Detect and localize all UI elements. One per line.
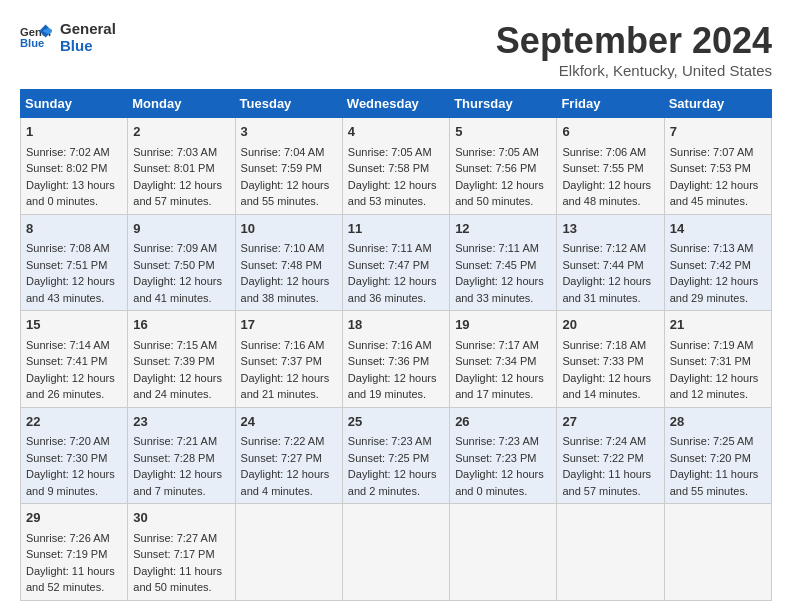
header-wednesday: Wednesday bbox=[342, 90, 449, 118]
sunset-label: Sunset: 7:20 PM bbox=[670, 452, 751, 464]
daylight-label: Daylight: 12 hours and 41 minutes. bbox=[133, 275, 222, 304]
daylight-label: Daylight: 12 hours and 0 minutes. bbox=[455, 468, 544, 497]
day-number: 6 bbox=[562, 122, 658, 142]
sunrise-label: Sunrise: 7:14 AM bbox=[26, 339, 110, 351]
calendar-day-28: 28Sunrise: 7:25 AMSunset: 7:20 PMDayligh… bbox=[664, 407, 771, 504]
day-number: 21 bbox=[670, 315, 766, 335]
calendar-day-16: 16Sunrise: 7:15 AMSunset: 7:39 PMDayligh… bbox=[128, 311, 235, 408]
daylight-label: Daylight: 12 hours and 36 minutes. bbox=[348, 275, 437, 304]
daylight-label: Daylight: 12 hours and 17 minutes. bbox=[455, 372, 544, 401]
sunrise-label: Sunrise: 7:15 AM bbox=[133, 339, 217, 351]
calendar-day-empty bbox=[557, 504, 664, 601]
sunrise-label: Sunrise: 7:23 AM bbox=[455, 435, 539, 447]
sunset-label: Sunset: 7:56 PM bbox=[455, 162, 536, 174]
calendar-day-8: 8Sunrise: 7:08 AMSunset: 7:51 PMDaylight… bbox=[21, 214, 128, 311]
calendar-day-13: 13Sunrise: 7:12 AMSunset: 7:44 PMDayligh… bbox=[557, 214, 664, 311]
sunset-label: Sunset: 7:50 PM bbox=[133, 259, 214, 271]
sunset-label: Sunset: 7:41 PM bbox=[26, 355, 107, 367]
calendar-week-row: 29Sunrise: 7:26 AMSunset: 7:19 PMDayligh… bbox=[21, 504, 772, 601]
sunset-label: Sunset: 7:59 PM bbox=[241, 162, 322, 174]
calendar-day-6: 6Sunrise: 7:06 AMSunset: 7:55 PMDaylight… bbox=[557, 118, 664, 215]
sunset-label: Sunset: 7:39 PM bbox=[133, 355, 214, 367]
sunset-label: Sunset: 8:01 PM bbox=[133, 162, 214, 174]
sunset-label: Sunset: 7:42 PM bbox=[670, 259, 751, 271]
day-number: 20 bbox=[562, 315, 658, 335]
calendar-day-19: 19Sunrise: 7:17 AMSunset: 7:34 PMDayligh… bbox=[450, 311, 557, 408]
calendar-day-9: 9Sunrise: 7:09 AMSunset: 7:50 PMDaylight… bbox=[128, 214, 235, 311]
daylight-label: Daylight: 12 hours and 26 minutes. bbox=[26, 372, 115, 401]
sunrise-label: Sunrise: 7:03 AM bbox=[133, 146, 217, 158]
daylight-label: Daylight: 12 hours and 31 minutes. bbox=[562, 275, 651, 304]
sunrise-label: Sunrise: 7:11 AM bbox=[348, 242, 432, 254]
sunset-label: Sunset: 7:22 PM bbox=[562, 452, 643, 464]
calendar-table: Sunday Monday Tuesday Wednesday Thursday… bbox=[20, 89, 772, 601]
day-number: 15 bbox=[26, 315, 122, 335]
daylight-label: Daylight: 12 hours and 43 minutes. bbox=[26, 275, 115, 304]
daylight-label: Daylight: 12 hours and 4 minutes. bbox=[241, 468, 330, 497]
day-number: 19 bbox=[455, 315, 551, 335]
daylight-label: Daylight: 12 hours and 14 minutes. bbox=[562, 372, 651, 401]
daylight-label: Daylight: 12 hours and 55 minutes. bbox=[241, 179, 330, 208]
weekday-header-row: Sunday Monday Tuesday Wednesday Thursday… bbox=[21, 90, 772, 118]
calendar-day-10: 10Sunrise: 7:10 AMSunset: 7:48 PMDayligh… bbox=[235, 214, 342, 311]
day-number: 2 bbox=[133, 122, 229, 142]
calendar-day-7: 7Sunrise: 7:07 AMSunset: 7:53 PMDaylight… bbox=[664, 118, 771, 215]
title-area: September 2024 Elkfork, Kentucky, United… bbox=[496, 20, 772, 79]
sunset-label: Sunset: 7:58 PM bbox=[348, 162, 429, 174]
day-number: 30 bbox=[133, 508, 229, 528]
calendar-day-29: 29Sunrise: 7:26 AMSunset: 7:19 PMDayligh… bbox=[21, 504, 128, 601]
sunrise-label: Sunrise: 7:07 AM bbox=[670, 146, 754, 158]
header-tuesday: Tuesday bbox=[235, 90, 342, 118]
daylight-label: Daylight: 12 hours and 2 minutes. bbox=[348, 468, 437, 497]
svg-text:Blue: Blue bbox=[20, 37, 44, 49]
sunset-label: Sunset: 8:02 PM bbox=[26, 162, 107, 174]
calendar-day-20: 20Sunrise: 7:18 AMSunset: 7:33 PMDayligh… bbox=[557, 311, 664, 408]
calendar-day-14: 14Sunrise: 7:13 AMSunset: 7:42 PMDayligh… bbox=[664, 214, 771, 311]
sunrise-label: Sunrise: 7:16 AM bbox=[348, 339, 432, 351]
daylight-label: Daylight: 12 hours and 12 minutes. bbox=[670, 372, 759, 401]
day-number: 8 bbox=[26, 219, 122, 239]
header-friday: Friday bbox=[557, 90, 664, 118]
calendar-week-row: 1Sunrise: 7:02 AMSunset: 8:02 PMDaylight… bbox=[21, 118, 772, 215]
sunrise-label: Sunrise: 7:17 AM bbox=[455, 339, 539, 351]
sunrise-label: Sunrise: 7:18 AM bbox=[562, 339, 646, 351]
day-number: 28 bbox=[670, 412, 766, 432]
daylight-label: Daylight: 12 hours and 29 minutes. bbox=[670, 275, 759, 304]
sunrise-label: Sunrise: 7:26 AM bbox=[26, 532, 110, 544]
day-number: 18 bbox=[348, 315, 444, 335]
calendar-day-25: 25Sunrise: 7:23 AMSunset: 7:25 PMDayligh… bbox=[342, 407, 449, 504]
daylight-label: Daylight: 11 hours and 55 minutes. bbox=[670, 468, 759, 497]
day-number: 4 bbox=[348, 122, 444, 142]
calendar-day-18: 18Sunrise: 7:16 AMSunset: 7:36 PMDayligh… bbox=[342, 311, 449, 408]
sunset-label: Sunset: 7:17 PM bbox=[133, 548, 214, 560]
calendar-day-17: 17Sunrise: 7:16 AMSunset: 7:37 PMDayligh… bbox=[235, 311, 342, 408]
calendar-day-11: 11Sunrise: 7:11 AMSunset: 7:47 PMDayligh… bbox=[342, 214, 449, 311]
day-number: 12 bbox=[455, 219, 551, 239]
sunrise-label: Sunrise: 7:08 AM bbox=[26, 242, 110, 254]
sunset-label: Sunset: 7:25 PM bbox=[348, 452, 429, 464]
calendar-body: 1Sunrise: 7:02 AMSunset: 8:02 PMDaylight… bbox=[21, 118, 772, 601]
sunrise-label: Sunrise: 7:11 AM bbox=[455, 242, 539, 254]
sunrise-label: Sunrise: 7:05 AM bbox=[348, 146, 432, 158]
header-saturday: Saturday bbox=[664, 90, 771, 118]
calendar-day-empty bbox=[450, 504, 557, 601]
sunset-label: Sunset: 7:36 PM bbox=[348, 355, 429, 367]
sunrise-label: Sunrise: 7:22 AM bbox=[241, 435, 325, 447]
sunrise-label: Sunrise: 7:04 AM bbox=[241, 146, 325, 158]
calendar-day-3: 3Sunrise: 7:04 AMSunset: 7:59 PMDaylight… bbox=[235, 118, 342, 215]
sunrise-label: Sunrise: 7:25 AM bbox=[670, 435, 754, 447]
sunrise-label: Sunrise: 7:23 AM bbox=[348, 435, 432, 447]
sunset-label: Sunset: 7:31 PM bbox=[670, 355, 751, 367]
day-number: 3 bbox=[241, 122, 337, 142]
calendar-day-4: 4Sunrise: 7:05 AMSunset: 7:58 PMDaylight… bbox=[342, 118, 449, 215]
daylight-label: Daylight: 12 hours and 38 minutes. bbox=[241, 275, 330, 304]
calendar-day-2: 2Sunrise: 7:03 AMSunset: 8:01 PMDaylight… bbox=[128, 118, 235, 215]
daylight-label: Daylight: 12 hours and 48 minutes. bbox=[562, 179, 651, 208]
sunset-label: Sunset: 7:23 PM bbox=[455, 452, 536, 464]
day-number: 7 bbox=[670, 122, 766, 142]
day-number: 17 bbox=[241, 315, 337, 335]
sunrise-label: Sunrise: 7:24 AM bbox=[562, 435, 646, 447]
calendar-day-30: 30Sunrise: 7:27 AMSunset: 7:17 PMDayligh… bbox=[128, 504, 235, 601]
calendar-day-12: 12Sunrise: 7:11 AMSunset: 7:45 PMDayligh… bbox=[450, 214, 557, 311]
daylight-label: Daylight: 12 hours and 21 minutes. bbox=[241, 372, 330, 401]
